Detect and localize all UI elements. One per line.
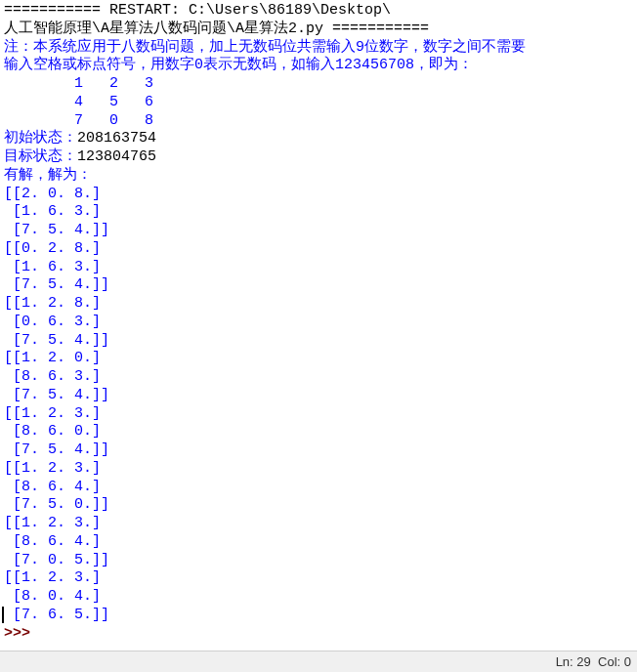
solution-matrix-row: [7. 6. 5.]]: [4, 607, 633, 625]
solution-matrix-row: [[1. 2. 3.]: [4, 405, 633, 424]
restart-banner: =========== RESTART: C:\Users\86189\Desk…: [4, 2, 633, 21]
status-bar: Ln: 29 Col: 0: [0, 651, 637, 672]
example-grid-row: 1 2 3: [4, 75, 633, 94]
line-number-indicator: Ln: 29: [556, 654, 591, 669]
usage-note: 注：本系统应用于八数码问题，加上无数码位共需输入9位数字，数字之间不需要: [4, 39, 633, 58]
solution-matrix-row: [8. 6. 3.]: [4, 368, 633, 387]
solution-matrix-row: [8. 6. 4.]: [4, 479, 633, 497]
solution-matrix-row: [7. 5. 4.]]: [4, 222, 633, 240]
solution-matrix-row: [1. 6. 3.]: [4, 259, 633, 277]
initial-state-line: 初始状态：208163754: [4, 130, 633, 148]
solution-matrix-row: [[1. 2. 3.]: [4, 569, 633, 588]
solution-matrix-row: [[1. 2. 8.]: [4, 295, 633, 314]
solution-header: 有解，解为：: [4, 167, 633, 186]
restart-banner-cont: 人工智能原理\A星算法八数码问题\A星算法2.py ===========: [4, 21, 633, 39]
target-state-value: 123804765: [77, 148, 156, 165]
example-grid-row: 4 5 6: [4, 94, 633, 112]
solution-matrix-row: [[0. 2. 8.]: [4, 240, 633, 259]
solution-matrix-row: [7. 5. 4.]]: [4, 387, 633, 405]
solution-matrix-row: [0. 6. 3.]: [4, 314, 633, 332]
target-state-label: 目标状态：: [4, 148, 77, 165]
target-state-line: 目标状态：123804765: [4, 148, 633, 167]
solution-matrix-row: [8. 6. 4.]: [4, 533, 633, 552]
column-number-indicator: Col: 0: [598, 654, 631, 669]
solution-matrix-row: [7. 5. 4.]]: [4, 276, 633, 295]
solution-matrix-row: [7. 5. 4.]]: [4, 441, 633, 460]
solution-matrix-row: [8. 6. 0.]: [4, 423, 633, 441]
solution-matrix-row: [[2. 0. 8.]: [4, 186, 633, 204]
solution-matrix-row: [[1. 2. 3.]: [4, 460, 633, 479]
text-cursor: [2, 607, 4, 623]
usage-note-cont: 输入空格或标点符号，用数字0表示无数码，如输入123456708，即为：: [4, 57, 633, 75]
initial-state-label: 初始状态：: [4, 130, 77, 147]
status-separator: [591, 654, 598, 669]
python-prompt[interactable]: >>>: [4, 625, 633, 644]
idle-console[interactable]: =========== RESTART: C:\Users\86189\Desk…: [0, 0, 637, 651]
solution-matrix-row: [1. 6. 3.]: [4, 203, 633, 222]
solution-matrix-row: [8. 0. 4.]: [4, 588, 633, 607]
solution-matrix-row: [7. 5. 4.]]: [4, 332, 633, 351]
solution-matrix-row: [7. 5. 0.]]: [4, 496, 633, 515]
solution-matrix-row: [7. 0. 5.]]: [4, 552, 633, 570]
solution-matrix-row: [[1. 2. 3.]: [4, 515, 633, 533]
example-grid-row: 7 0 8: [4, 112, 633, 131]
initial-state-value: 208163754: [77, 130, 156, 147]
solution-matrix-row: [[1. 2. 0.]: [4, 350, 633, 368]
